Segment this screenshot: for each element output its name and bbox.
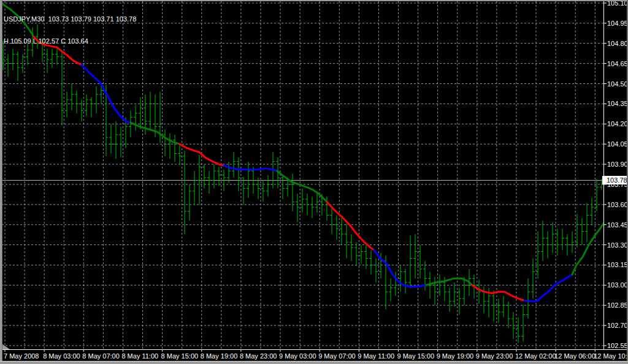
time-tick-label: 8 May 07:00 bbox=[82, 352, 120, 360]
window-border-top bbox=[0, 0, 628, 1]
price-tick-label: 104.05 bbox=[607, 140, 628, 148]
moving-average-segment bbox=[224, 165, 277, 171]
time-tick-label: 12 May 02:00 bbox=[515, 352, 556, 360]
window-border-bottom bbox=[0, 361, 628, 364]
price-tick-label: 104.50 bbox=[607, 80, 628, 88]
price-bars bbox=[1, 25, 603, 343]
price-tick-label: 103.60 bbox=[607, 201, 628, 209]
price-tick-label: 102.55 bbox=[607, 342, 628, 350]
price-tick-label: 104.65 bbox=[607, 60, 628, 68]
chart-title-hlc-line: H 105.09 L 102.57 C 103.64 bbox=[4, 37, 136, 45]
price-tick-label: 103.15 bbox=[607, 261, 628, 269]
price-tick-label: 103.00 bbox=[607, 281, 628, 289]
window-border-left bbox=[0, 0, 2, 364]
time-tick-label: 12 May 10:00 bbox=[594, 352, 628, 360]
price-tick-label: 103.30 bbox=[607, 241, 628, 249]
time-tick-label: 8 May 11:00 bbox=[121, 352, 158, 360]
time-tick-label: 8 May 19:00 bbox=[201, 352, 238, 360]
time-tick-label: 9 May 19:00 bbox=[437, 352, 474, 360]
chart-shift-triangle-icon bbox=[2, 344, 10, 349]
moving-average-segment bbox=[426, 278, 472, 285]
current-price-label: 103.78 bbox=[602, 176, 628, 184]
price-tick-label: 104.80 bbox=[607, 40, 628, 48]
time-tick-label: 9 May 23:00 bbox=[476, 352, 513, 360]
time-tick-label: 8 May 23:00 bbox=[240, 352, 277, 360]
price-tick-label: 102.85 bbox=[607, 301, 628, 309]
price-tick-label: 104.20 bbox=[607, 120, 628, 128]
chart-title-ohlc-line: USDJPY,M30 103.73 103.79 103.71 103.78 bbox=[4, 15, 136, 23]
time-tick-label: 9 May 11:00 bbox=[358, 352, 394, 360]
price-tick-label: 103.90 bbox=[607, 161, 628, 169]
time-tick-label: 9 May 15:00 bbox=[397, 352, 435, 360]
time-tick-label: 8 May 03:00 bbox=[43, 352, 80, 360]
moving-average-segment bbox=[524, 275, 572, 301]
time-tick-label: 9 May 07:00 bbox=[318, 352, 356, 360]
price-tick-label: 104.95 bbox=[607, 20, 628, 28]
time-tick-label: 12 May 06:00 bbox=[554, 352, 595, 360]
time-tick-label: 7 May 2008 bbox=[4, 352, 39, 360]
price-tick-label: 102.70 bbox=[607, 322, 628, 330]
chart-title: USDJPY,M30 103.73 103.79 103.71 103.78 H… bbox=[4, 1, 136, 59]
price-tick-label: 104.35 bbox=[607, 100, 628, 108]
time-tick-label: 9 May 03:00 bbox=[279, 352, 316, 360]
moving-average-segment bbox=[180, 144, 224, 165]
moving-average-segment bbox=[327, 202, 374, 250]
time-tick-label: 8 May 15:00 bbox=[161, 352, 199, 360]
price-tick-label: 103.45 bbox=[607, 221, 628, 229]
chart-window: USDJPY,M30 103.73 103.79 103.71 103.78 H… bbox=[0, 0, 628, 364]
